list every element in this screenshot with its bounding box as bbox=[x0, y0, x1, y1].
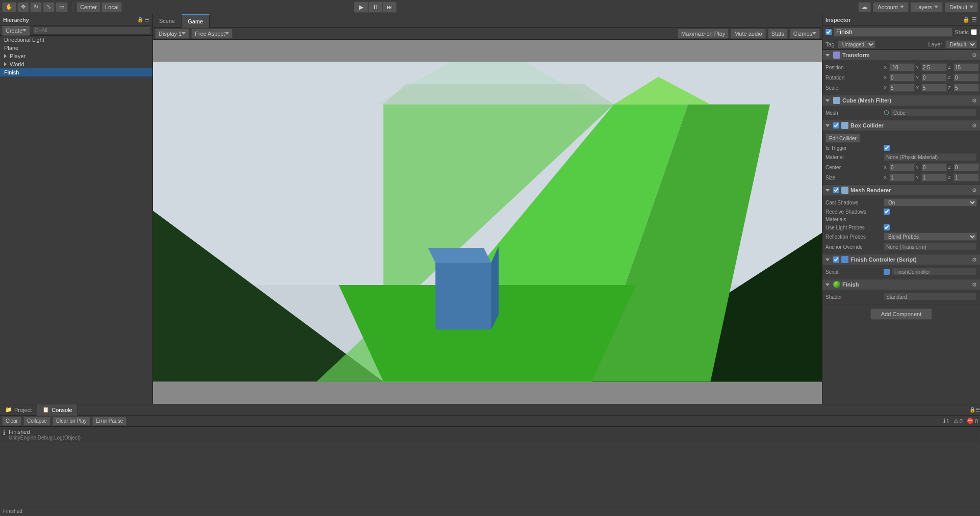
local-btn[interactable]: Local bbox=[101, 2, 122, 12]
sy-input[interactable] bbox=[921, 173, 947, 182]
receive-shadows-checkbox[interactable] bbox=[884, 209, 890, 215]
mesh-renderer-active-checkbox[interactable] bbox=[833, 187, 839, 193]
hierarchy-item-directionallight[interactable]: Directional Light bbox=[0, 36, 152, 44]
cx-input[interactable] bbox=[889, 163, 915, 171]
inspector-menu-icon[interactable]: ☰ bbox=[972, 16, 977, 23]
hierarchy-create-btn[interactable]: Create bbox=[2, 25, 30, 36]
hierarchy-item-finish[interactable]: Finish bbox=[0, 68, 152, 76]
scale-y-input[interactable] bbox=[921, 84, 947, 92]
sz-input[interactable] bbox=[889, 173, 915, 182]
layers-dropdown[interactable]: Layers bbox=[911, 2, 943, 12]
pos-x-input[interactable] bbox=[889, 63, 915, 71]
aspect-dropdown[interactable]: Free Aspect bbox=[191, 29, 233, 39]
hierarchy-item-world[interactable]: World bbox=[0, 60, 152, 68]
mesh-filter-header[interactable]: Cube (Mesh Filter) ⚙ bbox=[822, 95, 980, 106]
console-lock-btn[interactable]: 🔒 bbox=[969, 407, 975, 412]
position-label: Position bbox=[826, 65, 882, 70]
finish-controller-settings-icon[interactable]: ⚙ bbox=[972, 256, 977, 263]
scale-row: Scale X Y Z bbox=[826, 83, 977, 93]
hierarchy-item-player[interactable]: Player bbox=[0, 52, 152, 60]
console-log-row[interactable]: ℹ Finished UnityEngine.Debug.Log(Object) bbox=[1, 428, 979, 442]
hierarchy-lock-btn[interactable]: 🔒 bbox=[137, 17, 143, 22]
hierarchy-menu-btn[interactable]: ☰ bbox=[145, 17, 149, 22]
account-dropdown[interactable]: Account bbox=[873, 2, 909, 12]
add-component-button[interactable]: Add Component bbox=[870, 308, 933, 320]
scale-x-input[interactable] bbox=[889, 84, 915, 92]
clear-on-play-btn[interactable]: Clear on Play bbox=[53, 417, 90, 426]
rotate-tool-btn[interactable]: ↻ bbox=[30, 2, 42, 12]
maximize-btn[interactable]: Maximize on Play bbox=[678, 29, 729, 39]
transform-settings-icon[interactable]: ⚙ bbox=[972, 52, 977, 59]
cloud-btn[interactable]: ☁ bbox=[858, 2, 871, 12]
scene-tab[interactable]: Scene bbox=[153, 14, 182, 28]
tag-dropdown[interactable]: Untagged bbox=[838, 40, 875, 48]
console-menu-btn[interactable]: ☰ bbox=[975, 407, 980, 412]
edit-collider-btn[interactable]: Edit Collider bbox=[826, 134, 860, 143]
position-xyz: X Y Z bbox=[884, 63, 979, 71]
finish-controller-active-checkbox[interactable] bbox=[833, 256, 839, 263]
scale-z-input[interactable] bbox=[953, 84, 979, 92]
finish-controller-header[interactable]: Finish Controller (Script) ⚙ bbox=[822, 254, 980, 265]
rotation-xyz: X Y Z bbox=[884, 73, 979, 82]
mute-btn[interactable]: Mute audio bbox=[731, 29, 765, 39]
rot-x-input[interactable] bbox=[889, 73, 915, 82]
status-text: Finished bbox=[3, 508, 22, 514]
mesh-filter-settings-icon[interactable]: ⚙ bbox=[972, 97, 977, 104]
scale-tool-btn[interactable]: ⤡ bbox=[43, 2, 55, 12]
mesh-renderer-settings-icon[interactable]: ⚙ bbox=[972, 187, 977, 194]
pos-z-input[interactable] bbox=[953, 63, 979, 71]
is-trigger-checkbox[interactable] bbox=[884, 145, 890, 151]
reflection-probes-label: Reflection Probes bbox=[826, 234, 882, 240]
pos-y-input[interactable] bbox=[921, 63, 947, 71]
top-toolbar: ✋ ✥ ↻ ⤡ ▭ Center Local ▶ ⏸ ⏭ ☁ Account L… bbox=[0, 0, 980, 14]
pos-x-field: X bbox=[884, 63, 915, 71]
mesh-renderer-header[interactable]: Mesh Renderer ⚙ bbox=[822, 185, 980, 195]
finish-material-header[interactable]: Finish ⚙ bbox=[822, 279, 980, 290]
box-collider-active-checkbox[interactable] bbox=[833, 122, 839, 128]
sz-input2[interactable] bbox=[953, 173, 979, 182]
step-btn[interactable]: ⏭ bbox=[382, 2, 397, 13]
box-collider-body: Edit Collider Is Trigger Material Center… bbox=[822, 131, 980, 185]
clear-btn[interactable]: Clear bbox=[2, 417, 21, 426]
project-icon: 📁 bbox=[5, 406, 12, 413]
inspector-lock-icon[interactable]: 🔒 bbox=[963, 16, 970, 23]
cy-input[interactable] bbox=[921, 163, 947, 171]
rot-y-input[interactable] bbox=[921, 73, 947, 82]
display-dropdown[interactable]: Display 1 bbox=[155, 29, 189, 39]
object-active-checkbox[interactable] bbox=[826, 29, 832, 35]
mesh-renderer-section: Mesh Renderer ⚙ Cast Shadows On Receive … bbox=[822, 185, 980, 254]
gizmos-btn[interactable]: Gizmos bbox=[790, 29, 820, 39]
finish-material-body: Shader bbox=[822, 290, 980, 304]
transform-collapse-arrow bbox=[826, 54, 830, 57]
reflection-probes-dropdown[interactable]: Blend Probes bbox=[884, 233, 977, 241]
pause-btn[interactable]: ⏸ bbox=[368, 2, 382, 13]
hierarchy-item-plane[interactable]: Plane bbox=[0, 44, 152, 52]
console-tab[interactable]: 📋 Console bbox=[37, 404, 78, 416]
collapse-btn[interactable]: Collapse bbox=[23, 417, 50, 426]
materials-row: Materials bbox=[826, 216, 977, 223]
cz-input[interactable] bbox=[953, 163, 979, 171]
box-collider-settings-icon[interactable]: ⚙ bbox=[972, 122, 977, 129]
error-pause-btn[interactable]: Error Pause bbox=[92, 417, 126, 426]
console-warn-icon: ⚠ bbox=[953, 418, 959, 424]
rect-tool-btn[interactable]: ▭ bbox=[56, 2, 68, 12]
cast-shadows-dropdown[interactable]: On bbox=[884, 198, 977, 207]
stats-btn[interactable]: Stats bbox=[768, 29, 788, 39]
finish-material-settings-icon[interactable]: ⚙ bbox=[972, 281, 977, 288]
layout-dropdown[interactable]: Default bbox=[945, 2, 978, 12]
play-btn[interactable]: ▶ bbox=[354, 2, 368, 13]
hand-tool-btn[interactable]: ✋ bbox=[2, 2, 16, 12]
center-btn[interactable]: Center bbox=[76, 2, 100, 12]
static-checkbox[interactable] bbox=[971, 29, 977, 35]
rot-z-input[interactable] bbox=[953, 73, 979, 82]
game-tab[interactable]: Game bbox=[182, 14, 210, 28]
hierarchy-search-input[interactable] bbox=[32, 27, 150, 35]
console-toolbar: Clear Collapse Clear on Play Error Pause… bbox=[0, 416, 980, 427]
transform-header[interactable]: Transform ⚙ bbox=[822, 50, 980, 60]
layer-dropdown[interactable]: Default bbox=[945, 40, 977, 48]
use-light-probes-checkbox[interactable] bbox=[884, 224, 890, 230]
box-collider-header[interactable]: Box Collider ⚙ bbox=[822, 120, 980, 131]
move-tool-btn[interactable]: ✥ bbox=[17, 2, 29, 12]
object-name-input[interactable] bbox=[834, 28, 952, 37]
project-tab[interactable]: 📁 Project bbox=[0, 404, 37, 416]
